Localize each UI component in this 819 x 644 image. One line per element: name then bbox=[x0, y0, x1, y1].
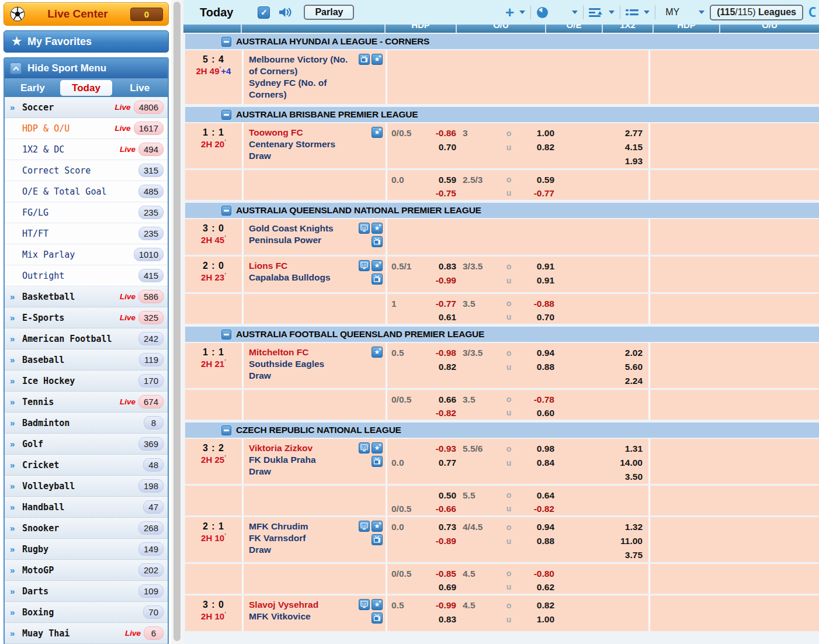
sidebar-item-correct-score[interactable]: Correct Score315 bbox=[5, 160, 168, 181]
list-view-icon[interactable] bbox=[626, 9, 638, 16]
sidebar-item-fg-lg[interactable]: FG/LG235 bbox=[5, 202, 168, 223]
hdp-odds[interactable]: -0.75 bbox=[421, 186, 456, 200]
ou-odds[interactable]: -0.82 bbox=[520, 502, 554, 515]
ou-odds[interactable]: 0.64 bbox=[520, 489, 554, 502]
hdp-odds[interactable]: 0.70 bbox=[421, 140, 456, 154]
sidebar-item-american-football[interactable]: »American Football242 bbox=[5, 328, 168, 349]
collapse-icon[interactable] bbox=[221, 330, 231, 340]
favorite-add-icon[interactable]: ★+ bbox=[372, 521, 383, 532]
favorite-add-icon[interactable]: ★+ bbox=[372, 347, 383, 358]
favorite-add-icon[interactable]: ★+ bbox=[372, 127, 383, 138]
x12-odds[interactable]: 2.77 bbox=[554, 126, 648, 140]
favorite-add-icon[interactable]: ★+ bbox=[372, 223, 383, 234]
x12-odds[interactable]: 1.32 bbox=[554, 520, 648, 534]
collapse-icon[interactable] bbox=[221, 110, 231, 120]
sidebar-item-tennis[interactable]: »TennisLive674 bbox=[5, 392, 168, 413]
live-center-icon[interactable]: LC bbox=[359, 599, 370, 610]
sidebar-item-golf[interactable]: »Golf369 bbox=[5, 434, 168, 455]
tab-today[interactable]: Today bbox=[60, 80, 113, 96]
scrollbar-thumb[interactable] bbox=[173, 2, 181, 641]
x12-odds[interactable]: 11.00 bbox=[554, 534, 648, 548]
sidebar-item-cricket[interactable]: »Cricket48 bbox=[5, 455, 168, 476]
sidebar-item-outright[interactable]: Outright415 bbox=[5, 265, 168, 286]
ou-odds[interactable]: 0.91 bbox=[520, 259, 554, 273]
odds-format-select[interactable]: MY bbox=[665, 7, 679, 18]
hdp-odds[interactable]: 0.82 bbox=[421, 360, 456, 374]
x12-odds[interactable]: 4.15 bbox=[554, 140, 648, 154]
x12-odds[interactable]: 2.24 bbox=[554, 374, 648, 388]
favorite-add-icon[interactable]: ★+ bbox=[372, 260, 383, 271]
ou-odds[interactable]: 0.82 bbox=[520, 598, 554, 612]
sidebar-item-ice-hockey[interactable]: »Ice Hockey170 bbox=[5, 371, 168, 392]
sort-icon[interactable] bbox=[589, 8, 603, 18]
ou-odds[interactable]: 0.98 bbox=[520, 442, 554, 456]
hdp-odds[interactable]: 0.69 bbox=[421, 580, 456, 594]
clock-icon[interactable] bbox=[536, 6, 549, 19]
sidebar-item-e-sports[interactable]: »E-SportsLive325 bbox=[5, 307, 168, 328]
hdp-odds[interactable]: -0.93 bbox=[421, 442, 456, 456]
hdp-odds[interactable]: -0.89 bbox=[421, 534, 456, 548]
refresh-icon[interactable]: C bbox=[808, 5, 815, 20]
sidebar-item-badminton[interactable]: »Badminton8 bbox=[5, 413, 168, 434]
x12-odds[interactable]: 5.60 bbox=[554, 360, 648, 374]
odds-format-caret[interactable] bbox=[699, 11, 705, 14]
ou-odds[interactable]: 0.62 bbox=[520, 580, 554, 594]
ou-odds[interactable]: 0.94 bbox=[520, 346, 554, 360]
hdp-odds[interactable]: -0.99 bbox=[421, 273, 456, 288]
sidebar-item-boxing[interactable]: »Boxing70 bbox=[5, 602, 168, 623]
tv-icon[interactable] bbox=[372, 456, 383, 467]
sidebar-item-ht-ft[interactable]: HT/FT235 bbox=[5, 223, 168, 244]
sidebar-item-muay-thai[interactable]: »Muay ThaiLive6 bbox=[5, 623, 168, 644]
x12-odds[interactable]: 1.31 bbox=[554, 442, 648, 456]
hide-sport-menu-header[interactable]: Hide Sport Menu bbox=[5, 58, 168, 78]
hdp-odds[interactable]: 0.83 bbox=[421, 259, 456, 273]
ou-odds[interactable]: -0.78 bbox=[520, 393, 554, 406]
ou-odds[interactable]: -0.77 bbox=[520, 186, 554, 200]
hdp-odds[interactable]: -0.77 bbox=[421, 297, 456, 310]
live-center-icon[interactable]: LC bbox=[359, 521, 370, 532]
sidebar-item-baseball[interactable]: »Baseball119 bbox=[5, 349, 168, 371]
leagues-filter-button[interactable]: (115/115) Leagues bbox=[710, 5, 803, 20]
ou-odds[interactable]: 0.70 bbox=[520, 310, 554, 324]
hdp-odds[interactable]: -0.99 bbox=[421, 598, 456, 612]
favorite-add-icon[interactable]: ★+ bbox=[372, 599, 383, 610]
ou-odds[interactable]: -0.88 bbox=[520, 297, 554, 310]
collapse-icon[interactable] bbox=[221, 425, 231, 435]
sidebar-item-o-e-total-goal[interactable]: O/E & Total Goal485 bbox=[5, 181, 168, 202]
hdp-odds[interactable]: -0.85 bbox=[421, 567, 456, 580]
ou-odds[interactable]: 0.60 bbox=[520, 406, 554, 420]
ou-odds[interactable]: 1.00 bbox=[520, 612, 554, 626]
sort-dropdown-caret[interactable] bbox=[609, 11, 615, 14]
add-dropdown-caret[interactable] bbox=[519, 11, 525, 14]
hdp-odds[interactable]: -0.86 bbox=[421, 126, 456, 140]
tv-icon[interactable] bbox=[359, 54, 370, 65]
live-center-icon[interactable]: LC bbox=[359, 260, 370, 271]
tv-icon[interactable] bbox=[372, 236, 383, 247]
sidebar-item-hdp-o-u[interactable]: HDP & O/ULive1617 bbox=[5, 118, 168, 139]
live-center-header[interactable]: Live Center 0 bbox=[4, 2, 169, 26]
x12-odds[interactable]: 1.93 bbox=[554, 154, 648, 168]
hdp-odds[interactable]: -0.82 bbox=[421, 406, 456, 420]
ou-odds[interactable]: 0.94 bbox=[520, 520, 554, 534]
hdp-odds[interactable]: 0.83 bbox=[421, 612, 456, 626]
ou-odds[interactable]: -0.80 bbox=[520, 567, 554, 580]
hdp-odds[interactable]: 0.66 bbox=[421, 393, 456, 406]
sidebar-item-motogp[interactable]: »MotoGP202 bbox=[5, 560, 168, 581]
sidebar-item-darts[interactable]: »Darts109 bbox=[5, 581, 168, 602]
tab-live[interactable]: Live bbox=[113, 80, 166, 96]
sidebar-item-handball[interactable]: »Handball47 bbox=[5, 497, 168, 518]
my-favorites-header[interactable]: ★ My Favorites bbox=[4, 30, 169, 53]
sidebar-item-volleyball[interactable]: »Volleyball198 bbox=[5, 476, 168, 497]
tv-icon[interactable] bbox=[372, 534, 383, 545]
x12-odds[interactable]: 2.02 bbox=[554, 346, 648, 360]
sidebar-item-snooker[interactable]: »Snooker268 bbox=[5, 518, 168, 539]
ou-odds[interactable]: 0.88 bbox=[520, 534, 554, 548]
x12-odds[interactable]: 3.75 bbox=[554, 548, 648, 562]
collapse-icon[interactable] bbox=[221, 206, 231, 216]
list-dropdown-caret[interactable] bbox=[644, 11, 650, 14]
tv-icon[interactable] bbox=[372, 612, 383, 624]
live-center-icon[interactable]: LC bbox=[359, 442, 370, 453]
sidebar-item-1x2-dc[interactable]: 1X2 & DCLive494 bbox=[5, 139, 168, 160]
clock-dropdown-caret[interactable] bbox=[572, 11, 578, 14]
sidebar-item-basketball[interactable]: »BasketballLive586 bbox=[5, 286, 168, 307]
